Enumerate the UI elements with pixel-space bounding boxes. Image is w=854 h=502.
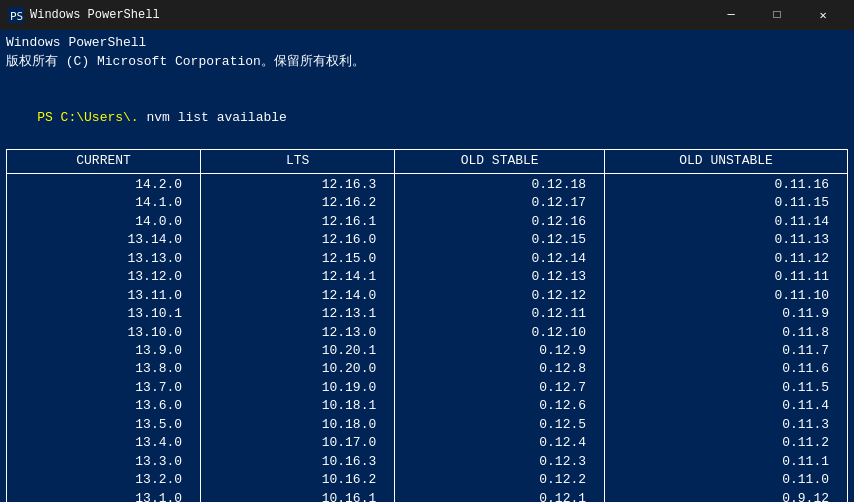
table-cell: 13.10.0 [7, 324, 201, 342]
table-cell: 0.11.5 [605, 379, 848, 397]
table-cell: 0.12.11 [395, 305, 605, 323]
table-row: 13.11.012.14.00.12.120.11.10 [7, 287, 848, 305]
table-cell: 10.19.0 [201, 379, 395, 397]
table-cell: 12.15.0 [201, 250, 395, 268]
table-row: 14.1.012.16.20.12.170.11.15 [7, 194, 848, 212]
table-cell: 0.11.0 [605, 471, 848, 489]
table-cell: 13.10.1 [7, 305, 201, 323]
table-cell: 13.3.0 [7, 453, 201, 471]
table-cell: 10.16.2 [201, 471, 395, 489]
table-cell: 0.11.7 [605, 342, 848, 360]
table-cell: 0.12.3 [395, 453, 605, 471]
table-cell: 0.11.8 [605, 324, 848, 342]
table-cell: 0.11.3 [605, 416, 848, 434]
table-cell: 14.1.0 [7, 194, 201, 212]
table-cell: 0.11.15 [605, 194, 848, 212]
table-row: 13.1.010.16.10.12.10.9.12 [7, 490, 848, 502]
table-cell: 0.12.7 [395, 379, 605, 397]
powershell-icon: PS [8, 7, 24, 23]
table-cell: 0.9.12 [605, 490, 848, 502]
table-cell: 13.13.0 [7, 250, 201, 268]
table-row: 13.12.012.14.10.12.130.11.11 [7, 268, 848, 286]
table-cell: 13.2.0 [7, 471, 201, 489]
table-cell: 0.12.15 [395, 231, 605, 249]
table-cell: 13.1.0 [7, 490, 201, 502]
table-cell: 0.12.14 [395, 250, 605, 268]
col-current: CURRENT [7, 150, 201, 174]
table-row: 13.9.010.20.10.12.90.11.7 [7, 342, 848, 360]
table-cell: 10.20.1 [201, 342, 395, 360]
table-cell: 12.14.0 [201, 287, 395, 305]
table-cell: 0.12.10 [395, 324, 605, 342]
nvm-versions-table: CURRENT LTS OLD STABLE OLD UNSTABLE 14.2… [6, 149, 848, 502]
table-cell: 10.18.0 [201, 416, 395, 434]
title-bar-left: PS Windows PowerShell [8, 7, 160, 23]
table-row: 14.0.012.16.10.12.160.11.14 [7, 213, 848, 231]
table-cell: 0.11.16 [605, 173, 848, 194]
table-cell: 12.13.1 [201, 305, 395, 323]
table-cell: 0.12.6 [395, 397, 605, 415]
table-row: 14.2.012.16.30.12.180.11.16 [7, 173, 848, 194]
table-cell: 12.14.1 [201, 268, 395, 286]
table-cell: 0.12.13 [395, 268, 605, 286]
table-cell: 0.11.2 [605, 434, 848, 452]
table-cell: 10.17.0 [201, 434, 395, 452]
title-bar: PS Windows PowerShell — □ ✕ [0, 0, 854, 30]
table-cell: 12.16.3 [201, 173, 395, 194]
table-cell: 0.11.9 [605, 305, 848, 323]
table-cell: 10.16.1 [201, 490, 395, 502]
table-cell: 10.16.3 [201, 453, 395, 471]
table-cell: 0.11.11 [605, 268, 848, 286]
table-cell: 0.11.6 [605, 360, 848, 378]
table-cell: 12.16.2 [201, 194, 395, 212]
prompt-prefix: PS C:\Users\. [37, 110, 138, 125]
svg-text:PS: PS [10, 10, 23, 23]
table-cell: 12.13.0 [201, 324, 395, 342]
table-cell: 13.14.0 [7, 231, 201, 249]
table-row: 13.5.010.18.00.12.50.11.3 [7, 416, 848, 434]
table-cell: 0.12.5 [395, 416, 605, 434]
maximize-button[interactable]: □ [754, 0, 800, 30]
table-cell: 13.5.0 [7, 416, 201, 434]
table-header-row: CURRENT LTS OLD STABLE OLD UNSTABLE [7, 150, 848, 174]
close-button[interactable]: ✕ [800, 0, 846, 30]
table-cell: 12.16.1 [201, 213, 395, 231]
table-cell: 13.8.0 [7, 360, 201, 378]
table-cell: 0.11.1 [605, 453, 848, 471]
table-cell: 0.12.8 [395, 360, 605, 378]
intro-line-1: Windows PowerShell [6, 34, 848, 53]
col-old-unstable: OLD UNSTABLE [605, 150, 848, 174]
table-row: 13.7.010.19.00.12.70.11.5 [7, 379, 848, 397]
table-row: 13.13.012.15.00.12.140.11.12 [7, 250, 848, 268]
table-cell: 0.11.10 [605, 287, 848, 305]
table-cell: 0.12.2 [395, 471, 605, 489]
table-cell: 13.12.0 [7, 268, 201, 286]
command-text: nvm list available [139, 110, 287, 125]
col-old-stable: OLD STABLE [395, 150, 605, 174]
table-row: 13.2.010.16.20.12.20.11.0 [7, 471, 848, 489]
table-cell: 0.11.13 [605, 231, 848, 249]
table-cell: 10.18.1 [201, 397, 395, 415]
table-cell: 13.11.0 [7, 287, 201, 305]
minimize-button[interactable]: — [708, 0, 754, 30]
table-cell: 0.11.4 [605, 397, 848, 415]
terminal-content: Windows PowerShell 版权所有 (C) Microsoft Co… [0, 30, 854, 502]
table-cell: 14.0.0 [7, 213, 201, 231]
table-cell: 0.11.14 [605, 213, 848, 231]
table-row: 13.4.010.17.00.12.40.11.2 [7, 434, 848, 452]
window-title: Windows PowerShell [30, 8, 160, 22]
col-lts: LTS [201, 150, 395, 174]
table-cell: 10.20.0 [201, 360, 395, 378]
table-cell: 0.12.4 [395, 434, 605, 452]
table-row: 13.10.012.13.00.12.100.11.8 [7, 324, 848, 342]
nvm-table-container: CURRENT LTS OLD STABLE OLD UNSTABLE 14.2… [6, 149, 848, 502]
intro-line-2: 版权所有 (C) Microsoft Corporation。保留所有权利。 [6, 53, 848, 72]
table-cell: 14.2.0 [7, 173, 201, 194]
table-row: 13.8.010.20.00.12.80.11.6 [7, 360, 848, 378]
table-row: 13.14.012.16.00.12.150.11.13 [7, 231, 848, 249]
table-cell: 12.16.0 [201, 231, 395, 249]
table-cell: 13.6.0 [7, 397, 201, 415]
table-cell: 13.9.0 [7, 342, 201, 360]
command-line: PS C:\Users\. nvm list available [6, 91, 848, 148]
blank-line [6, 72, 848, 91]
